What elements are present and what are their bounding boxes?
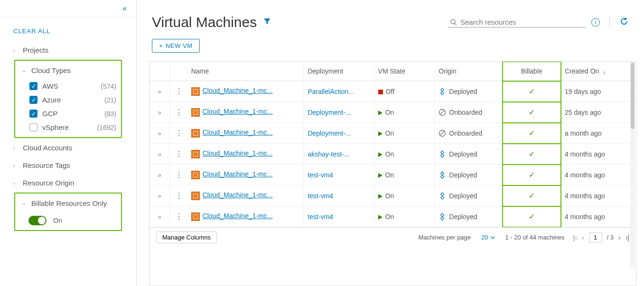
check-icon: ✓ <box>529 171 535 179</box>
prev-page-button[interactable]: ‹ <box>582 234 584 241</box>
play-icon <box>378 131 383 136</box>
scrollbar-track[interactable] <box>630 62 635 268</box>
filter-group-header[interactable]: ›Resource Origin <box>8 174 129 192</box>
new-vm-button[interactable]: + NEW VM <box>152 39 200 53</box>
filter-item[interactable]: vSphere(1692) <box>29 120 120 134</box>
origin-icon <box>439 150 446 158</box>
expand-row-icon[interactable]: » <box>158 88 161 95</box>
expand-row-icon[interactable]: » <box>158 109 161 116</box>
checkbox[interactable]: ✓ <box>29 110 37 118</box>
search-input[interactable] <box>457 18 584 26</box>
col-vm-state[interactable]: VM State <box>374 62 435 81</box>
vm-icon <box>191 108 200 117</box>
filter-group-label: Cloud Types <box>31 66 71 74</box>
origin-label: Deployed <box>449 171 477 179</box>
filter-item-count: (1692) <box>97 124 116 131</box>
col-billable[interactable]: Billable <box>503 62 561 81</box>
check-icon: ✓ <box>529 129 535 137</box>
deployment-link[interactable]: test-vm4 <box>308 171 333 179</box>
per-page-label: Machines per page <box>418 234 471 241</box>
svg-point-0 <box>451 19 455 24</box>
deployment-link[interactable]: akshay-test-... <box>308 150 349 158</box>
expand-row-icon[interactable]: » <box>158 192 161 200</box>
origin-label: Deployed <box>449 192 477 200</box>
filter-icon[interactable] <box>263 18 271 27</box>
refresh-icon[interactable] <box>619 17 629 28</box>
table-row: »⋮Cloud_Machine_1-mc...Deployment-...OnO… <box>149 123 636 144</box>
deployment-link[interactable]: Deployment-... <box>308 129 351 137</box>
vm-name-link[interactable]: Cloud_Machine_1-mc... <box>203 149 273 157</box>
row-menu-icon[interactable]: ⋮ <box>175 87 183 95</box>
checkbox[interactable] <box>29 123 37 131</box>
col-origin[interactable]: Origin <box>435 62 503 81</box>
expand-row-icon[interactable]: » <box>158 213 161 221</box>
table-row: »⋮Cloud_Machine_1-mc...Deployment-...OnO… <box>149 102 636 123</box>
check-icon: ✓ <box>529 212 535 221</box>
col-created[interactable]: Created On ↓ <box>561 62 636 81</box>
vm-name-link[interactable]: Cloud_Machine_1-mc... <box>203 170 273 178</box>
chevron-down-icon <box>490 235 495 240</box>
chevron-right-icon: › <box>13 163 20 168</box>
filter-group-header[interactable]: ›Resource Tags <box>8 157 129 174</box>
page-title: Virtual Machines <box>152 14 257 30</box>
per-page-select[interactable]: 20 <box>481 234 495 241</box>
filter-group-header[interactable]: ›Projects <box>8 41 129 59</box>
vm-name-link[interactable]: Cloud_Machine_1-mc... <box>203 87 273 94</box>
search-input-wrap[interactable] <box>448 17 586 28</box>
row-menu-icon[interactable]: ⋮ <box>175 192 183 200</box>
expand-row-icon[interactable]: » <box>158 171 161 179</box>
last-page-button[interactable]: ›| <box>625 234 629 241</box>
scrollbar-thumb[interactable] <box>631 63 635 129</box>
filter-group-header[interactable]: ⌄Billable Resources Only <box>16 194 120 212</box>
created-on: 25 days ago <box>565 109 601 116</box>
vm-state: On <box>385 192 394 200</box>
filter-item[interactable]: ✓Azure(21) <box>29 93 120 107</box>
expand-row-icon[interactable]: » <box>158 150 161 158</box>
created-on: 4 months ago <box>565 213 605 221</box>
origin-label: Deployed <box>449 88 477 95</box>
checkbox[interactable]: ✓ <box>29 96 37 104</box>
row-menu-icon[interactable]: ⋮ <box>175 171 183 179</box>
billable-toggle[interactable] <box>28 216 47 225</box>
vm-name-link[interactable]: Cloud_Machine_1-mc... <box>203 191 273 199</box>
page-input[interactable] <box>589 232 602 242</box>
row-menu-icon[interactable]: ⋮ <box>175 212 183 221</box>
deployment-link[interactable]: Deployment-... <box>308 109 351 116</box>
clear-all-button[interactable]: CLEAR ALL <box>0 17 136 41</box>
created-on: 4 months ago <box>565 192 605 200</box>
search-icon <box>450 18 457 26</box>
info-icon[interactable]: i <box>591 18 600 27</box>
filter-item[interactable]: ✓GCP(83) <box>29 107 120 120</box>
range-label: 1 - 20 of 44 machines <box>505 234 565 241</box>
next-page-button[interactable]: › <box>618 234 621 241</box>
col-name[interactable]: Name <box>187 62 304 81</box>
expand-row-icon[interactable]: » <box>158 129 161 137</box>
col-deployment[interactable]: Deployment <box>304 62 374 81</box>
deployment-link[interactable]: test-vm4 <box>308 192 333 200</box>
vm-name-link[interactable]: Cloud_Machine_1-mc... <box>203 129 273 136</box>
vm-name-link[interactable]: Cloud_Machine_1-mc... <box>203 212 273 220</box>
vm-state: On <box>385 150 394 158</box>
manage-columns-button[interactable]: Manage Columns <box>156 231 217 243</box>
filter-group-header[interactable]: ›Cloud Accounts <box>8 139 129 157</box>
row-menu-icon[interactable]: ⋮ <box>175 129 183 137</box>
created-on: a month ago <box>565 129 602 137</box>
checkbox[interactable]: ✓ <box>29 82 37 90</box>
vm-table: Name Deployment VM State Origin Billable… <box>149 61 636 286</box>
check-icon: ✓ <box>529 108 535 116</box>
vm-name-link[interactable]: Cloud_Machine_1-mc... <box>203 108 273 115</box>
origin-label: Deployed <box>449 150 477 158</box>
collapse-sidebar-icon[interactable]: « <box>122 4 127 13</box>
deployment-link[interactable]: test-vm4 <box>308 213 333 221</box>
first-page-button[interactable]: |‹ <box>573 234 577 241</box>
row-menu-icon[interactable]: ⋮ <box>175 150 183 158</box>
row-menu-icon[interactable]: ⋮ <box>175 108 183 116</box>
vm-icon <box>191 87 200 96</box>
filter-group-header[interactable]: ⌄Cloud Types <box>16 62 120 79</box>
filter-item-count: (21) <box>104 96 116 104</box>
filter-item[interactable]: ✓AWS(574) <box>29 79 120 93</box>
vm-icon <box>191 192 200 200</box>
filter-item-label: vSphere <box>42 123 97 131</box>
table-row: »⋮Cloud_Machine_1-mc...akshay-test-...On… <box>149 144 636 165</box>
deployment-link[interactable]: ParallelAction... <box>308 88 354 95</box>
